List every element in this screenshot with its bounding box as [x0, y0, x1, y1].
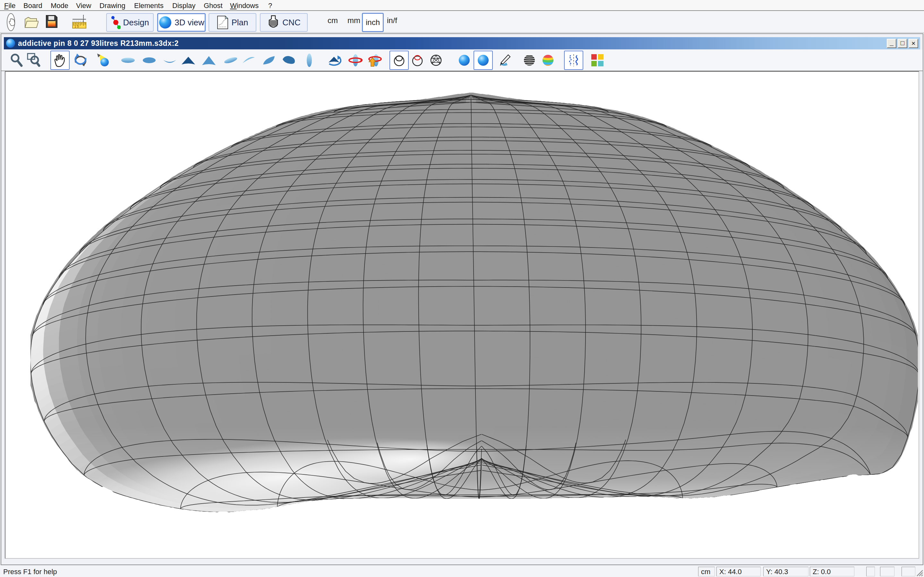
svg-text:1 0: 1 0 [74, 25, 79, 28]
